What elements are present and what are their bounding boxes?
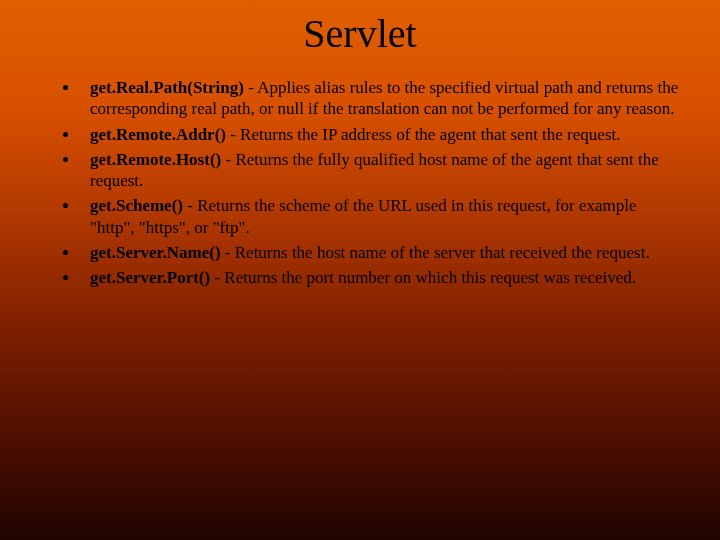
bullet-list: get.Real.Path(String) - Applies alias ru… [40, 77, 680, 288]
slide-title: Servlet [40, 10, 680, 57]
method-name: get.Scheme() [90, 196, 183, 215]
method-desc: - Returns the IP address of the agent th… [226, 125, 621, 144]
list-item: get.Remote.Host() - Returns the fully qu… [80, 149, 680, 192]
method-name: get.Real.Path(String) [90, 78, 244, 97]
method-desc: - Returns the host name of the server th… [221, 243, 650, 262]
method-name: get.Remote.Host() [90, 150, 221, 169]
method-name: get.Server.Name() [90, 243, 221, 262]
method-name: get.Remote.Addr() [90, 125, 226, 144]
slide: Servlet get.Real.Path(String) - Applies … [0, 0, 720, 540]
list-item: get.Server.Port() - Returns the port num… [80, 267, 680, 288]
list-item: get.Remote.Addr() - Returns the IP addre… [80, 124, 680, 145]
list-item: get.Real.Path(String) - Applies alias ru… [80, 77, 680, 120]
list-item: get.Server.Name() - Returns the host nam… [80, 242, 680, 263]
method-name: get.Server.Port() [90, 268, 210, 287]
method-desc: - Returns the port number on which this … [210, 268, 636, 287]
list-item: get.Scheme() - Returns the scheme of the… [80, 195, 680, 238]
